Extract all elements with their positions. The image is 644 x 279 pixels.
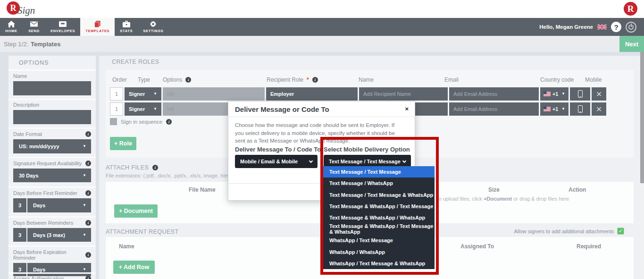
- info-icon[interactable]: i: [85, 220, 91, 226]
- email-input[interactable]: Add Email Address: [449, 102, 539, 116]
- info-icon[interactable]: i: [85, 131, 91, 137]
- role-row: 1 Signer ▼ NA Employer Add Recipient Nam…: [110, 87, 606, 101]
- upload-hint-prefix: To upload files, click: [436, 196, 484, 202]
- mobile-field[interactable]: [570, 102, 590, 116]
- caret-down-icon: ▼: [83, 203, 86, 207]
- logout-power-icon[interactable]: [626, 22, 636, 33]
- recipient-name-input[interactable]: Add Recipient Name: [359, 87, 448, 101]
- allow-attachments-checkbox[interactable]: ✓: [617, 228, 624, 235]
- order-field[interactable]: 1: [110, 87, 123, 101]
- tab-label: ENVELOPES: [50, 29, 75, 33]
- caret-down-icon: ▼: [153, 107, 157, 111]
- delivery-option[interactable]: Text Message / WhatsApp: [323, 178, 435, 189]
- col-attachment-name: Name: [119, 243, 134, 250]
- description-input[interactable]: [13, 110, 91, 124]
- delivery-option[interactable]: WhatsApp / Text Message: [323, 235, 435, 246]
- expiration-reminder-select[interactable]: Days ▼: [27, 263, 91, 276]
- signature-availability-value: 30 Days: [19, 173, 39, 178]
- col-type: Type: [138, 76, 150, 83]
- scrollbar-thumb[interactable]: [640, 52, 644, 183]
- expiration-reminder-count[interactable]: 3: [13, 263, 26, 276]
- info-icon[interactable]: i: [166, 119, 172, 125]
- next-button[interactable]: Next: [619, 36, 644, 52]
- delivery-option[interactable]: Text Message / Text Message: [323, 166, 435, 178]
- add-document-button[interactable]: + Document: [114, 204, 158, 218]
- delivery-option[interactable]: Text Message & WhatsApp / Text Message: [323, 201, 435, 212]
- tab-send[interactable]: SEND: [23, 18, 45, 36]
- tab-settings[interactable]: SETTINGS: [138, 18, 168, 36]
- info-icon[interactable]: i: [152, 165, 158, 170]
- between-reminders-value: Days (3 max): [33, 232, 65, 238]
- delivery-option[interactable]: Text Message & WhatsApp / Text Message &…: [323, 223, 435, 235]
- tab-stats[interactable]: STATS: [115, 18, 138, 36]
- between-reminders-label: Days Between Reminders: [13, 220, 73, 226]
- info-icon[interactable]: i: [185, 77, 191, 83]
- info-icon[interactable]: i: [85, 161, 91, 166]
- recipient-role-input[interactable]: Employer: [266, 87, 358, 101]
- add-role-button[interactable]: + Role: [110, 137, 136, 150]
- content-area: OPTIONS Name Description Date Formati US…: [0, 52, 644, 279]
- rsign-logo-script: Sign: [17, 5, 35, 17]
- signature-availability-select[interactable]: 30 Days ▼: [13, 169, 91, 182]
- remove-role-button[interactable]: ×: [592, 87, 606, 101]
- deliver-to-select[interactable]: Mobile / Email & Mobile: [235, 155, 318, 168]
- date-format-label: Date Format: [13, 131, 42, 137]
- email-input[interactable]: Add Email Address: [449, 87, 539, 101]
- col-recipient-role: Recipient Role: [267, 76, 303, 83]
- us-flag-icon: [544, 107, 551, 111]
- delivery-option[interactable]: Text Message / Text Message & WhatsApp: [323, 189, 435, 200]
- sign-in-sequence-checkbox[interactable]: [110, 118, 117, 125]
- rsign-logo[interactable]: R Sign: [7, 1, 35, 17]
- step-title: Templates: [31, 41, 60, 48]
- name-placeholder: Add Recipient Name: [363, 91, 411, 97]
- expiration-reminder-value: Days: [33, 267, 45, 272]
- options-list-footer: [323, 269, 435, 272]
- col-country-code: Country code: [540, 76, 574, 83]
- tab-home[interactable]: HOME: [0, 18, 23, 36]
- tab-label: TEMPLATES: [85, 29, 109, 33]
- type-value: Signer: [129, 106, 145, 112]
- info-icon[interactable]: i: [312, 77, 318, 83]
- send-icon: [30, 21, 38, 27]
- tab-envelopes[interactable]: ENVELOPES: [45, 18, 80, 36]
- attach-files-title-text: ATTACH FILES: [106, 164, 149, 171]
- date-format-select[interactable]: US: mm/dd/yyyy ▼: [13, 139, 91, 153]
- date-format-value: US: mm/dd/yyyy: [19, 144, 59, 149]
- info-icon[interactable]: i: [85, 190, 91, 196]
- delivery-option[interactable]: WhatsApp / WhatsApp: [323, 246, 435, 258]
- type-select[interactable]: Signer ▼: [125, 102, 161, 116]
- between-reminders-select[interactable]: Days (3 max) ▼: [27, 228, 91, 242]
- delivery-option[interactable]: Text Message & WhatsApp / WhatsApp: [323, 212, 435, 223]
- first-reminder-count[interactable]: 3: [13, 198, 26, 212]
- sign-in-sequence: Sign in sequence i: [110, 118, 172, 125]
- top-bar: R Sign R: [0, 0, 644, 18]
- add-row-button[interactable]: + Add Row: [113, 261, 155, 274]
- tab-templates[interactable]: TEMPLATES: [80, 18, 115, 36]
- type-select[interactable]: Signer ▼: [125, 87, 161, 101]
- between-reminders-group: Days Between Remindersi 3 Days (3 max) ▼: [13, 220, 91, 242]
- first-reminder-select[interactable]: Days ▼: [27, 198, 91, 212]
- close-icon[interactable]: ×: [405, 106, 409, 112]
- settings-icon: [150, 21, 157, 27]
- help-icon[interactable]: ?: [611, 22, 621, 32]
- info-icon[interactable]: i: [85, 276, 91, 279]
- language-flag-icon[interactable]: [597, 24, 607, 30]
- modal-title: Deliver Message or Code To: [228, 101, 415, 117]
- between-reminders-count[interactable]: 3: [13, 228, 26, 242]
- country-code-select[interactable]: +1 ▼: [540, 87, 569, 101]
- col-required: Required: [577, 243, 601, 250]
- upload-hint-suffix: or drag & drop files here: [512, 196, 569, 202]
- deliver-to-label: Deliver Message To / Code To: [235, 146, 321, 153]
- mobile-delivery-options-list: Text Message / Text Message Text Message…: [323, 166, 435, 269]
- phone-icon: [578, 105, 583, 113]
- scrollbar-track[interactable]: [640, 52, 644, 279]
- chevron-down-icon: [309, 159, 313, 162]
- name-input[interactable]: [13, 81, 91, 95]
- mobile-field[interactable]: [570, 87, 590, 101]
- delivery-option[interactable]: WhatsApp / Text Message & WhatsApp: [323, 258, 435, 269]
- order-field[interactable]: 1: [110, 102, 123, 116]
- remove-role-button[interactable]: ×: [592, 102, 606, 116]
- email-placeholder: Add Email Address: [453, 106, 497, 112]
- info-icon[interactable]: i: [85, 252, 91, 258]
- country-code-select[interactable]: +1 ▼: [540, 102, 569, 116]
